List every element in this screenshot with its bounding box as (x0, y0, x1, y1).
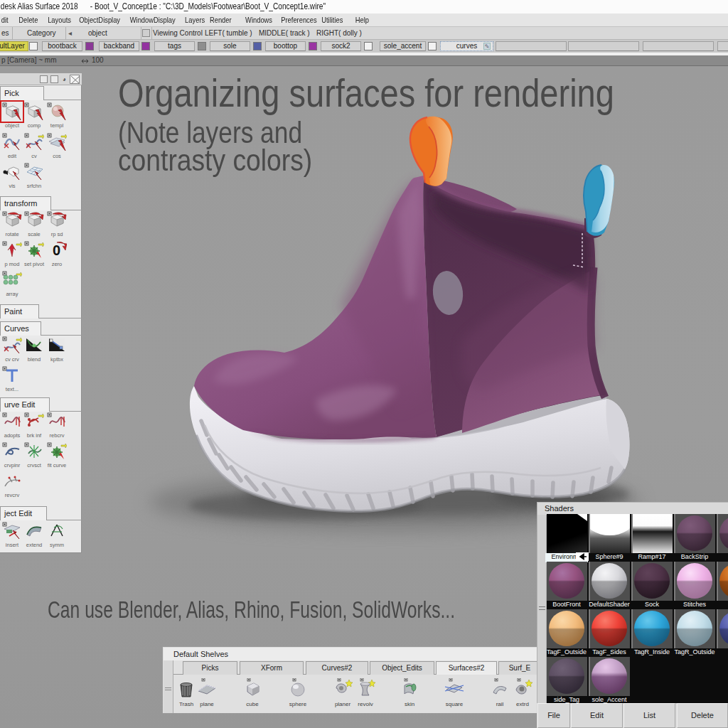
svg-text:0: 0 (53, 242, 60, 258)
